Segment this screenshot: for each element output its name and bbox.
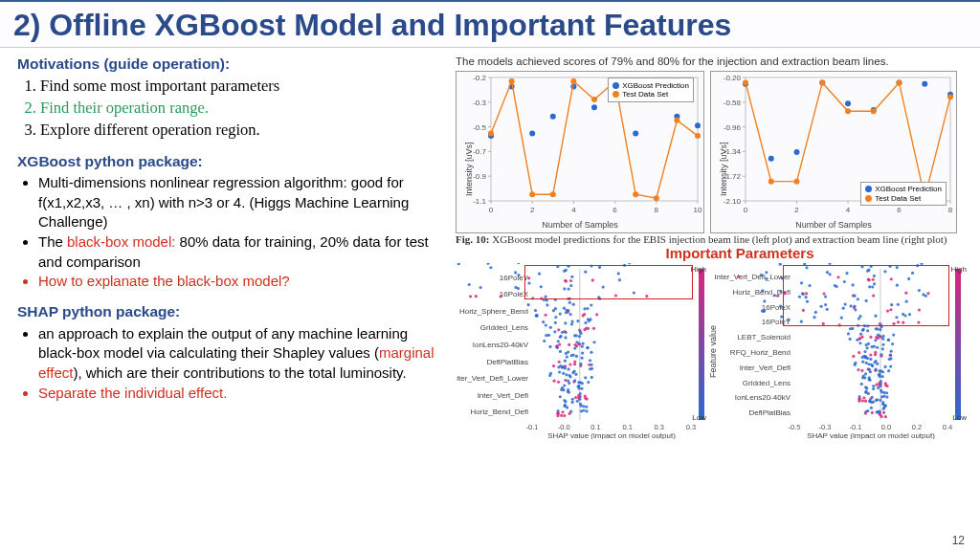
svg-point-581	[864, 400, 867, 403]
svg-point-418	[853, 295, 856, 298]
svg-text:16PoleX: 16PoleX	[762, 303, 791, 312]
svg-point-275	[558, 370, 561, 373]
svg-point-528	[868, 363, 871, 365]
svg-point-428	[787, 319, 790, 321]
svg-text:Horiz_Sphere_Bend: Horiz_Sphere_Bend	[459, 307, 528, 316]
svg-point-597	[870, 407, 873, 409]
svg-point-271	[567, 367, 569, 370]
svg-point-300	[587, 381, 590, 384]
svg-point-438	[892, 322, 895, 325]
svg-point-407	[889, 308, 892, 311]
important-parameters-heading: Important Parameters	[509, 245, 970, 261]
svg-point-574	[882, 395, 885, 398]
svg-point-467	[869, 336, 872, 339]
svg-point-493	[890, 350, 893, 353]
svg-point-448	[813, 316, 815, 319]
svg-text:-0.2: -0.2	[473, 74, 486, 82]
svg-point-525	[866, 357, 869, 360]
svg-point-265	[590, 364, 592, 366]
svg-point-112	[569, 279, 572, 282]
svg-point-494	[870, 345, 873, 348]
svg-point-579	[872, 385, 875, 387]
svg-point-252	[564, 379, 567, 382]
svg-point-284	[573, 379, 576, 382]
svg-point-260	[590, 376, 593, 379]
svg-point-488	[858, 342, 861, 344]
svg-point-99	[623, 264, 626, 267]
svg-point-234	[558, 361, 561, 364]
svg-point-298	[581, 382, 584, 385]
svg-point-277	[571, 371, 574, 374]
svg-point-383	[871, 285, 874, 288]
svg-point-439	[902, 313, 904, 316]
svg-point-313	[559, 395, 562, 398]
svg-point-131	[568, 288, 570, 291]
svg-point-45	[674, 118, 679, 123]
svg-point-610	[879, 413, 881, 416]
colorbar-low: Low	[692, 413, 706, 422]
svg-point-385	[904, 292, 907, 295]
xaxis-label: Number of Samples	[711, 220, 956, 230]
svg-point-379	[779, 290, 782, 293]
svg-text:-0.0: -0.0	[558, 423, 570, 431]
svg-point-315	[582, 405, 585, 408]
svg-point-375	[776, 295, 779, 298]
svg-point-269	[557, 365, 560, 368]
svg-point-210	[578, 335, 581, 338]
shap-extraction: Inter_Vert_Defl_LowerHoriz_Bend_Defl16Po…	[714, 263, 965, 439]
svg-point-475	[881, 335, 884, 338]
svg-point-468	[863, 324, 866, 327]
svg-text:0.2: 0.2	[912, 423, 922, 431]
svg-point-411	[779, 305, 782, 308]
svg-point-462	[879, 328, 881, 331]
svg-point-266	[584, 376, 587, 379]
svg-point-442	[897, 320, 900, 323]
svg-point-214	[545, 334, 547, 337]
svg-point-220	[559, 335, 562, 338]
svg-point-435	[842, 307, 845, 310]
svg-point-500	[881, 343, 884, 346]
svg-point-225	[590, 351, 592, 354]
svg-text:0.3: 0.3	[655, 423, 664, 431]
svg-point-363	[867, 269, 870, 272]
left-column: Motivations (guide operation): Find some…	[17, 54, 448, 549]
svg-point-348	[845, 272, 848, 275]
svg-point-37	[509, 78, 515, 84]
svg-point-410	[763, 299, 766, 302]
svg-point-113	[598, 266, 601, 269]
svg-point-374	[800, 281, 803, 284]
svg-point-330	[563, 399, 566, 402]
svg-point-98	[570, 276, 573, 278]
svg-point-498	[887, 339, 890, 342]
svg-point-141	[514, 286, 517, 289]
svg-point-420	[857, 298, 859, 300]
svg-point-212	[564, 336, 567, 339]
svg-point-572	[885, 395, 888, 398]
svg-point-272	[568, 374, 571, 377]
shap-1: an approach to explain the output of any…	[38, 324, 448, 384]
svg-point-358	[828, 273, 831, 276]
svg-point-496	[881, 338, 884, 341]
svg-point-110	[564, 279, 567, 282]
svg-point-193	[535, 314, 538, 317]
svg-point-80	[768, 179, 774, 185]
svg-point-409	[844, 302, 847, 305]
svg-point-603	[872, 400, 875, 403]
svg-point-294	[563, 384, 566, 386]
svg-point-72	[794, 149, 800, 155]
svg-point-138	[469, 295, 472, 298]
svg-text:0.3: 0.3	[686, 423, 696, 431]
svg-point-93	[590, 264, 592, 267]
svg-text:IonLens20-40kV: IonLens20-40kV	[473, 341, 529, 349]
svg-point-27	[529, 130, 535, 136]
svg-point-512	[889, 364, 892, 367]
svg-point-233	[556, 346, 559, 349]
svg-point-267	[590, 367, 593, 370]
svg-point-441	[858, 315, 861, 318]
svg-point-122	[468, 283, 471, 286]
svg-point-527	[861, 361, 864, 364]
motiv-2: Find their operation range.	[40, 98, 448, 120]
svg-point-232	[566, 355, 568, 358]
svg-point-124	[479, 286, 482, 289]
svg-point-174	[570, 322, 573, 325]
